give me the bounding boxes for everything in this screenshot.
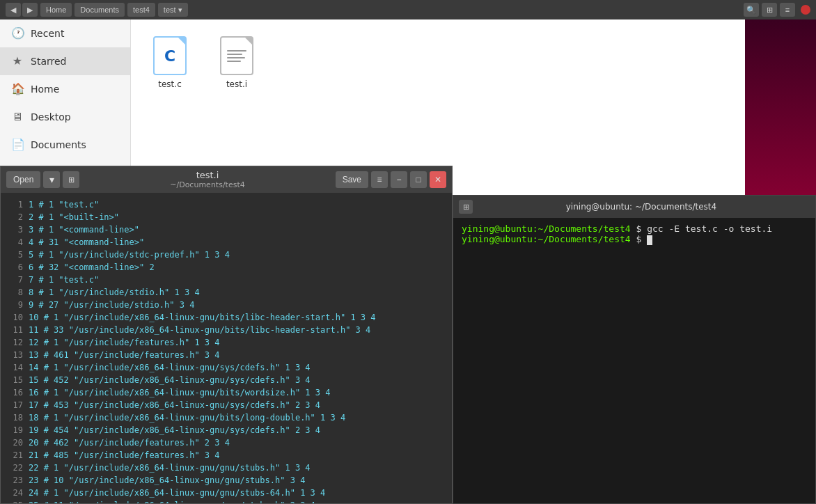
editor-content[interactable]: 11 # 1 "test.c"22 # 1 "<built-in>"33 # 1…	[1, 193, 452, 503]
documents-icon: 📄	[11, 138, 24, 151]
nav-back-button[interactable]: ◀	[6, 3, 21, 17]
code-line-15: 1515 # 452 "/usr/include/x86_64-linux-gn…	[1, 374, 452, 386]
sidebar-label-starred: Starred	[31, 56, 66, 67]
terminal-content[interactable]: yining@ubuntu:~/Documents/test4 $ gcc -E…	[453, 218, 815, 503]
open-button[interactable]: Open	[6, 171, 40, 188]
line-code-13: 13 # 461 "/usr/include/features.h" 3 4	[29, 349, 220, 361]
code-line-7: 77 # 1 "test.c"	[1, 274, 452, 286]
line-number-17: 17	[6, 399, 23, 411]
terminal-icon-button[interactable]: ⊞	[459, 200, 473, 214]
file-item-test-c[interactable]: C test.c	[142, 31, 198, 95]
desktop-icon: 🖥	[11, 110, 24, 123]
editor-toolbar-right: Save ≡ − □ ✕	[336, 171, 446, 188]
line-code-1: 1 # 1 "test.c"	[29, 198, 99, 211]
file-icon-c: C	[153, 36, 187, 75]
editor-title-main: test.i	[79, 170, 335, 180]
line-code-21: 21 # 485 "/usr/include/features.h" 3 4	[29, 449, 220, 462]
line-number-19: 19	[6, 424, 23, 436]
code-line-22: 2222 # 1 "/usr/include/x86_64-linux-gnu/…	[1, 462, 452, 474]
window-close-button[interactable]	[801, 5, 810, 15]
code-line-16: 1616 # 1 "/usr/include/x86_64-linux-gnu/…	[1, 386, 452, 399]
line-number-2: 2	[6, 211, 23, 223]
line-number-12: 12	[6, 336, 23, 349]
code-line-5: 55 # 1 "/usr/include/stdc-predef.h" 1 3 …	[1, 249, 452, 261]
code-line-20: 2020 # 462 "/usr/include/features.h" 2 3…	[1, 436, 452, 449]
file-name-test-i: test.i	[226, 79, 247, 89]
line-number-5: 5	[6, 249, 23, 261]
line-code-17: 17 # 453 "/usr/include/x86_64-linux-gnu/…	[29, 399, 320, 411]
sidebar-label-home: Home	[31, 84, 59, 95]
code-line-2: 22 # 1 "<built-in>"	[1, 211, 452, 223]
line-code-7: 7 # 1 "test.c"	[29, 274, 99, 286]
code-line-10: 1010 # 1 "/usr/include/x86_64-linux-gnu/…	[1, 311, 452, 324]
code-line-1: 11 # 1 "test.c"	[1, 198, 452, 211]
line-number-25: 25	[6, 499, 23, 503]
text-lines-decoration	[223, 46, 251, 66]
line-code-19: 19 # 454 "/usr/include/x86_64-linux-gnu/…	[29, 424, 320, 436]
breadcrumb-test[interactable]: test ▾	[158, 3, 188, 17]
editor-titlebar: Open ▾ ⊞ test.i ~/Documents/test4 Save ≡…	[1, 166, 452, 193]
line-code-11: 11 # 33 "/usr/include/x86_64-linux-gnu/b…	[29, 324, 370, 336]
line-number-22: 22	[6, 462, 23, 474]
file-icon-text	[220, 36, 253, 75]
terminal-line-2: yining@ubuntu:~/Documents/test4 $	[462, 234, 807, 245]
editor-toolbar-left: Open ▾ ⊞	[6, 171, 79, 188]
editor-dropdown-button[interactable]: ▾	[43, 171, 60, 188]
terminal-prompt-symbol-2: $	[636, 234, 647, 244]
sidebar-label-desktop: Desktop	[31, 111, 71, 123]
terminal-title: yining@ubuntu: ~/Documents/test4	[473, 202, 810, 212]
breadcrumb-home[interactable]: Home	[40, 3, 72, 17]
sidebar-item-recent[interactable]: 🕐 Recent	[0, 19, 130, 47]
line-code-24: 24 # 1 "/usr/include/x86_64-linux-gnu/gn…	[29, 487, 325, 499]
editor-extra-button[interactable]: ⊞	[63, 171, 79, 188]
line-code-6: 6 # 32 "<command-line>" 2	[29, 261, 155, 274]
terminal-titlebar: ⊞ yining@ubuntu: ~/Documents/test4	[453, 196, 815, 218]
line-number-1: 1	[6, 198, 23, 211]
line-code-8: 8 # 1 "/usr/include/stdio.h" 1 3 4	[29, 286, 200, 299]
line-number-15: 15	[6, 374, 23, 386]
line-number-20: 20	[6, 436, 23, 449]
line-number-11: 11	[6, 324, 23, 336]
line-code-20: 20 # 462 "/usr/include/features.h" 2 3 4	[29, 436, 230, 449]
breadcrumb-documents[interactable]: Documents	[74, 3, 125, 17]
sidebar-item-documents[interactable]: 📄 Documents	[0, 131, 130, 159]
top-bar-right: 🔍 ⊞ ≡	[744, 3, 810, 17]
file-item-test-i[interactable]: test.i	[209, 31, 265, 95]
code-line-24: 2424 # 1 "/usr/include/x86_64-linux-gnu/…	[1, 487, 452, 499]
editor-menu-button[interactable]: ≡	[371, 171, 388, 188]
terminal-line-1: yining@ubuntu:~/Documents/test4 $ gcc -E…	[462, 223, 807, 234]
editor-close-button[interactable]: ✕	[430, 171, 446, 188]
code-line-14: 1414 # 1 "/usr/include/x86_64-linux-gnu/…	[1, 361, 452, 374]
code-line-19: 1919 # 454 "/usr/include/x86_64-linux-gn…	[1, 424, 452, 436]
starred-icon: ★	[11, 54, 24, 68]
terminal-prompt-1: yining@ubuntu:~/Documents/test4	[462, 223, 631, 234]
home-icon: 🏠	[11, 82, 24, 95]
sidebar-item-starred[interactable]: ★ Starred	[0, 47, 130, 75]
line-code-5: 5 # 1 "/usr/include/stdc-predef.h" 1 3 4	[29, 249, 230, 261]
file-name-test-c: test.c	[158, 79, 181, 89]
editor-maximize-button[interactable]: □	[410, 171, 427, 188]
nav-forward-button[interactable]: ▶	[22, 3, 38, 17]
sidebar-item-home[interactable]: 🏠 Home	[0, 75, 130, 103]
line-number-13: 13	[6, 349, 23, 361]
save-button[interactable]: Save	[336, 171, 368, 188]
line-number-8: 8	[6, 286, 23, 299]
search-icon-button[interactable]: 🔍	[744, 3, 759, 17]
line-code-2: 2 # 1 "<built-in>"	[29, 211, 119, 223]
code-line-25: 2525 # 11 "/usr/include/x86_64-linux-gnu…	[1, 499, 452, 503]
line-number-7: 7	[6, 274, 23, 286]
editor-minimize-button[interactable]: −	[391, 171, 407, 188]
line-number-3: 3	[6, 223, 23, 236]
text-line-3	[227, 57, 245, 58]
line-code-14: 14 # 1 "/usr/include/x86_64-linux-gnu/sy…	[29, 361, 311, 374]
breadcrumb-test4[interactable]: test4	[127, 3, 155, 17]
menu-button[interactable]: ≡	[780, 3, 795, 17]
line-number-6: 6	[6, 261, 23, 274]
code-line-8: 88 # 1 "/usr/include/stdio.h" 1 3 4	[1, 286, 452, 299]
line-number-21: 21	[6, 449, 23, 462]
line-code-16: 16 # 1 "/usr/include/x86_64-linux-gnu/bi…	[29, 386, 330, 399]
sidebar-item-desktop[interactable]: 🖥 Desktop	[0, 103, 130, 131]
view-toggle-button[interactable]: ⊞	[762, 3, 777, 17]
line-number-14: 14	[6, 361, 23, 374]
top-bar: ◀ ▶ Home Documents test4 test ▾ 🔍 ⊞ ≡	[0, 0, 816, 19]
